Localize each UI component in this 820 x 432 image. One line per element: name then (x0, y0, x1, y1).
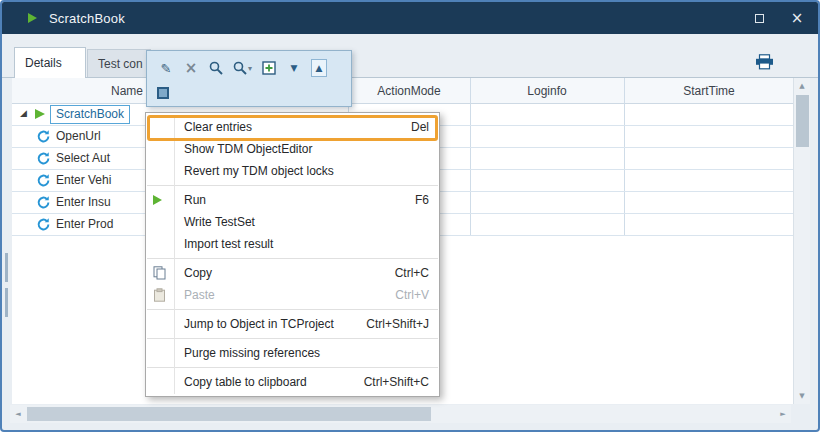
scroll-down-icon[interactable]: ▼ (794, 388, 810, 404)
menu-item-shortcut: Ctrl+V (395, 284, 429, 306)
menu-item-write-testset[interactable]: Write TestSet (146, 211, 439, 233)
printer-icon (755, 54, 774, 70)
scratchbook-window: ScratchBook × Details Test con Name Acti… (0, 0, 820, 432)
tab-test-configuration[interactable]: Test con (87, 49, 151, 77)
print-button[interactable] (755, 54, 777, 72)
scroll-right-icon[interactable]: ► (775, 405, 791, 423)
menu-item-shortcut: Ctrl+Shift+J (366, 313, 429, 335)
floating-toolbar: ✎ × ▾ ▼ (146, 50, 352, 107)
menu-item-label: Copy (184, 262, 395, 284)
menu-item-jump-to-object[interactable]: Jump to Object in TCProject Ctrl+Shift+J (146, 313, 439, 335)
menu-item-purge-missing-references[interactable]: Purge missing references (146, 342, 439, 364)
horizontal-scrollbar[interactable]: ◄ ► (10, 405, 791, 423)
tree-node-label[interactable]: ScratchBook (50, 105, 130, 124)
zoom-dropdown-icon[interactable]: ▾ (233, 59, 252, 77)
tab-details[interactable]: Details (14, 47, 86, 78)
menu-item-revert-tdm-locks[interactable]: Revert my TDM object locks (146, 160, 439, 182)
menu-item-clear-entries[interactable]: Clear entries Del (146, 116, 439, 138)
run-icon (153, 195, 162, 205)
menu-item-paste: Paste Ctrl+V (146, 284, 439, 306)
run-state-icon (35, 109, 45, 119)
menu-item-copy-table-to-clipboard[interactable]: Copy table to clipboard Ctrl+Shift+C (146, 371, 439, 393)
close-button[interactable]: × (786, 7, 808, 29)
menu-separator (147, 185, 438, 186)
menu-item-show-tdm-objecteditor[interactable]: Show TDM ObjectEditor (146, 138, 439, 160)
add-column-icon[interactable] (261, 59, 277, 77)
run-icon (28, 13, 37, 23)
menu-item-label: Jump to Object in TCProject (184, 313, 366, 335)
menu-item-shortcut: Ctrl+C (395, 262, 429, 284)
column-header-actionmode[interactable]: ActionMode (348, 78, 470, 104)
menu-separator (147, 309, 438, 310)
splitter-handle[interactable] (5, 288, 8, 317)
row-label: Enter Vehi (56, 170, 111, 191)
column-header-starttime[interactable]: StartTime (624, 78, 794, 104)
row-label: OpenUrl (56, 126, 101, 147)
copy-icon (153, 262, 166, 284)
menu-item-label: Copy table to clipboard (184, 371, 364, 393)
scroll-left-icon[interactable]: ◄ (10, 405, 26, 423)
tree-expander-icon[interactable]: ◢ (20, 109, 27, 118)
maximize-button[interactable] (748, 7, 770, 29)
menu-item-label: Run (184, 189, 415, 211)
column-header-loginfo[interactable]: Loginfo (470, 78, 624, 104)
menu-item-import-test-result[interactable]: Import test result (146, 233, 439, 255)
menu-item-label: Clear entries (184, 116, 411, 138)
table-header-row: Name ActionMode Loginfo StartTime (12, 78, 793, 104)
menu-item-copy[interactable]: Copy Ctrl+C (146, 262, 439, 284)
tab-label: Details (25, 56, 62, 70)
close-icon: × (791, 11, 804, 26)
window-title: ScratchBook (49, 11, 125, 26)
row-label: Enter Insu (56, 192, 111, 213)
dropdown-caret-icon: ▾ (248, 64, 252, 73)
vertical-scrollbar[interactable]: ▲ ▼ (793, 78, 810, 404)
paste-icon (153, 284, 166, 306)
menu-separator (147, 258, 438, 259)
edit-icon[interactable]: ✎ (158, 59, 174, 77)
horizontal-scrollbar-thumb[interactable] (27, 407, 431, 421)
menu-item-run[interactable]: Run F6 (146, 189, 439, 211)
delete-icon[interactable]: × (183, 59, 199, 77)
row-label: Select Aut (56, 148, 110, 169)
scroll-up-icon[interactable]: ▲ (794, 78, 810, 94)
menu-item-label: Show TDM ObjectEditor (184, 138, 429, 160)
menu-item-label: Import test result (184, 233, 429, 255)
menu-item-label: Paste (184, 284, 395, 306)
tab-label: Test con (98, 57, 143, 71)
maximize-icon (755, 14, 764, 23)
menu-item-shortcut: Del (411, 116, 429, 138)
expand-all-icon[interactable]: ▲ (311, 59, 327, 77)
zoom-icon[interactable] (208, 59, 224, 77)
indicator-column-icon[interactable] (157, 87, 169, 99)
context-menu: Clear entries Del Show TDM ObjectEditor … (145, 112, 440, 397)
menu-item-label: Revert my TDM object locks (184, 160, 429, 182)
menu-item-label: Write TestSet (184, 211, 429, 233)
vertical-scrollbar-thumb[interactable] (796, 95, 809, 147)
menu-separator (147, 338, 438, 339)
splitter-handle[interactable] (5, 253, 8, 282)
menu-item-label: Purge missing references (184, 342, 429, 364)
row-label: Enter Prod (56, 214, 113, 235)
menu-item-shortcut: F6 (415, 189, 429, 211)
collapse-all-icon[interactable]: ▼ (286, 59, 302, 77)
menu-separator (147, 367, 438, 368)
onscreen-action-icon (36, 217, 51, 239)
menu-item-shortcut: Ctrl+Shift+C (364, 371, 429, 393)
title-bar[interactable]: ScratchBook × (2, 2, 818, 34)
